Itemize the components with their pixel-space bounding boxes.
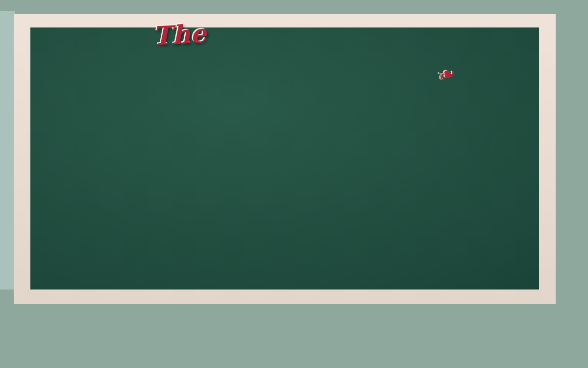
desktop-screen: The ❧ GIFCEjba_vW0AACapture d'écra….01.5… — [0, 0, 588, 368]
sign-script-text: The — [152, 18, 207, 51]
wallpaper: The ❧ — [0, 0, 588, 368]
wallpaper-left-strip — [0, 11, 15, 289]
wallpaper-sign — [30, 27, 539, 289]
